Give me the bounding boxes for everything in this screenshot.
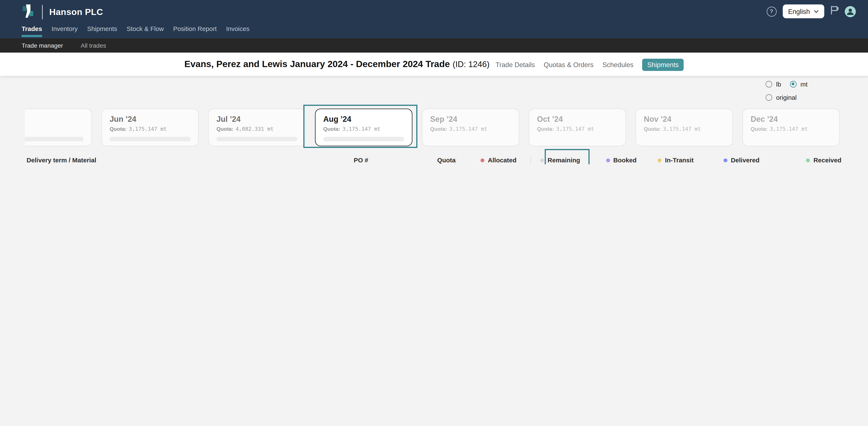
- radio-icon: [790, 81, 797, 88]
- sub-nav: Trade manager All trades: [0, 38, 868, 53]
- header-actions: ? English: [767, 4, 856, 18]
- month-quota: Quota: 3,175.147 mt: [110, 126, 190, 132]
- month-progress-bar: [25, 137, 84, 141]
- month-quota-value: 3,175.147 mt: [770, 126, 808, 132]
- trade-id: (ID: 1246): [453, 59, 490, 68]
- nav-item[interactable]: Trades: [22, 25, 42, 36]
- month-label: [25, 115, 84, 126]
- month-label: Jun ’24: [110, 115, 190, 126]
- unit-radio-option[interactable]: mt: [790, 81, 823, 88]
- status-dot: [724, 158, 727, 162]
- company-name: Hanson PLC: [49, 7, 103, 17]
- month-quota-label: Quota:: [644, 126, 661, 132]
- month-card[interactable]: Jun ’24 Quota: 3,175.147 mt: [101, 109, 199, 146]
- month-quota-value: 3,175.147 mt: [556, 126, 594, 132]
- month-quota: Quota: 3,175.147 mt: [430, 126, 511, 132]
- nav-item[interactable]: Invoices: [226, 25, 249, 36]
- stat-label: Received: [813, 157, 841, 164]
- status-stat: Allocated 0 mt(0): [456, 157, 530, 164]
- subnav-item[interactable]: All trades: [81, 42, 106, 49]
- view-tab[interactable]: Shipments: [642, 59, 684, 71]
- month-progress-bar: [216, 137, 298, 141]
- stat-label: Remaining: [548, 157, 580, 164]
- stat-label: Booked: [613, 157, 637, 164]
- delivery-term-label: Delivery term / Material: [27, 157, 192, 164]
- month-label: Nov ’24: [644, 115, 725, 126]
- quota-summary: Delivery term / Material DAP Dawnbury / …: [27, 157, 841, 164]
- month-quota-label: Quota:: [110, 126, 126, 132]
- view-tab[interactable]: Trade Details: [496, 61, 535, 68]
- radio-label: lb: [776, 81, 781, 88]
- months-carousel: 147 mt Jun: [25, 94, 843, 161]
- month-quota-label: Quota:: [323, 126, 340, 132]
- subnav-item[interactable]: Trade manager: [22, 42, 63, 49]
- user-avatar[interactable]: [845, 6, 856, 17]
- status-stat: Remaining 1,730.184 mt: [530, 157, 587, 164]
- flag-icon[interactable]: [830, 5, 839, 17]
- brand: Hanson PLC: [21, 3, 103, 21]
- stat-label: In-Transit: [665, 157, 693, 164]
- month-card[interactable]: Aug ’24 Quota: 3,175.147 mt: [315, 109, 412, 146]
- status-stat: Delivered 287.501 mt(14): [701, 157, 767, 164]
- month-progress-bar: [110, 137, 190, 141]
- page-title: Evans, Perez and Lewis January 2024 - De…: [184, 59, 490, 69]
- company-logo-icon: [21, 3, 35, 21]
- view-tab[interactable]: Quotas & Orders: [544, 61, 594, 68]
- delivery-term: Delivery term / Material DAP Dawnbury / …: [27, 157, 192, 164]
- month-quota: 147 mt: [25, 126, 84, 132]
- title-bar: Evans, Perez and Lewis January 2024 - De…: [0, 53, 868, 76]
- view-tabs: Trade Details Quotas & Orders Schedules …: [496, 59, 684, 71]
- main-nav: Trades Inventory Shipments Stock & Flow …: [22, 25, 249, 36]
- stat-label: Delivered: [731, 157, 760, 164]
- status-stat: In-Transit 80.355 mt(4): [644, 157, 701, 164]
- month-progress-bar: [323, 137, 404, 141]
- nav-item[interactable]: Stock & Flow: [127, 25, 164, 36]
- month-quota-value: 3,175.147 mt: [129, 126, 167, 132]
- month-quota-value: 4,082.331 mt: [236, 126, 274, 132]
- trade-name: Evans, Perez and Lewis January 2024 - De…: [184, 59, 450, 69]
- nav-item[interactable]: Inventory: [52, 25, 78, 36]
- quota-total: Quota 3,175.147 mt: [403, 157, 456, 164]
- status-dot: [806, 158, 810, 162]
- months-row: 147 mt Jun: [25, 109, 843, 146]
- po-label: PO #: [354, 157, 368, 164]
- status-stat: Received 1,077.107 mt(53): [767, 157, 841, 164]
- month-quota: Quota: 3,175.147 mt: [323, 126, 404, 132]
- language-select[interactable]: English: [783, 4, 824, 18]
- unit-radio-option[interactable]: lb: [766, 81, 790, 88]
- month-quota-value: 3,175.147 mt: [663, 126, 701, 132]
- month-quota: Quota: 3,175.147 mt: [751, 126, 832, 132]
- month-card[interactable]: Nov ’24 Quota: 3,175.147 mt: [636, 109, 733, 146]
- stat-label: Allocated: [488, 157, 517, 164]
- status-dot: [658, 158, 661, 162]
- brand-divider: [42, 5, 43, 19]
- nav-item[interactable]: Position Report: [173, 25, 217, 36]
- view-tab[interactable]: Schedules: [602, 61, 633, 68]
- month-label: Jul ’24: [216, 115, 298, 126]
- month-quota-label: Quota:: [216, 126, 233, 132]
- radio-label: mt: [801, 81, 808, 88]
- help-icon[interactable]: ?: [767, 6, 777, 17]
- month-quota: Quota: 3,175.147 mt: [537, 126, 618, 132]
- status-stat: Booked 0 mt(13): [587, 157, 644, 164]
- month-card[interactable]: Jul ’24 Quota: 4,082.331 mt: [208, 109, 306, 146]
- month-card[interactable]: Oct ’24 Quota: 3,175.147 mt: [529, 109, 626, 146]
- month-label: Dec ’24: [751, 115, 832, 126]
- month-quota-value: 3,175.147 mt: [450, 126, 487, 132]
- status-dot: [606, 158, 610, 162]
- radio-icon: [766, 81, 772, 88]
- month-label: Oct ’24: [537, 115, 618, 126]
- po-number: PO # 4505239996: [354, 157, 403, 164]
- month-card[interactable]: 147 mt: [25, 109, 92, 146]
- month-quota: Quota: 3,175.147 mt: [644, 126, 725, 132]
- month-card[interactable]: Dec ’24 Quota: 3,175.147 mt: [742, 109, 840, 146]
- nav-item[interactable]: Shipments: [87, 25, 117, 36]
- month-label: Aug ’24: [323, 115, 404, 126]
- chevron-down-icon: [814, 10, 819, 13]
- status-dot: [480, 158, 485, 162]
- quota-label: Quota: [437, 157, 456, 164]
- top-header: Hanson PLC ? English: [0, 0, 868, 38]
- month-card[interactable]: Sep ’24 Quota: 3,175.147 mt: [422, 109, 519, 146]
- app-root: Hanson PLC ? English: [0, 0, 868, 164]
- month-label: Sep ’24: [430, 115, 511, 126]
